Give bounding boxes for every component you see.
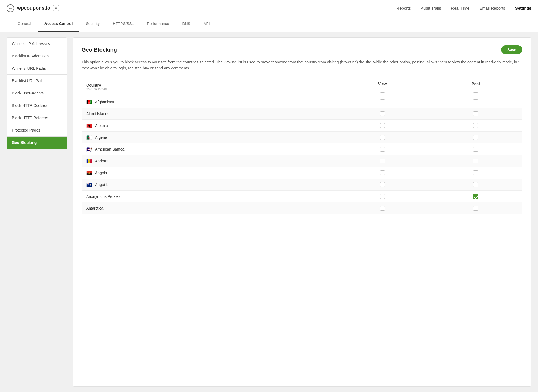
- flag-icon: 🇦🇱: [86, 123, 92, 127]
- post-checkbox[interactable]: [473, 206, 478, 211]
- table-row: 🇦🇱Albania: [82, 119, 522, 131]
- flag-icon: 🇦🇩: [86, 159, 92, 163]
- table-row: 🇦🇩Andorra: [82, 155, 522, 167]
- view-checkbox[interactable]: [380, 111, 385, 116]
- country-name-text: Anguilla: [95, 182, 109, 187]
- view-checkbox[interactable]: [380, 99, 385, 104]
- post-cell: [430, 155, 522, 167]
- country-cell: 🇦🇸American Samoa: [82, 143, 336, 155]
- sidebar-item-whitelist-url[interactable]: Whitelist URL Paths: [7, 62, 67, 75]
- sidebar-item-geo-blocking[interactable]: Geo Blocking: [7, 137, 67, 149]
- view-cell: [335, 96, 429, 108]
- view-checkbox[interactable]: [380, 182, 385, 187]
- table-row: 🇦🇮Anguilla: [82, 179, 522, 190]
- sidebar-item-protected-pages[interactable]: Protected Pages: [7, 124, 67, 137]
- save-button[interactable]: Save: [501, 45, 522, 54]
- view-checkbox[interactable]: [380, 159, 385, 163]
- post-checkbox[interactable]: [473, 135, 478, 140]
- flag-icon: 🇦🇮: [86, 182, 92, 187]
- country-table: Country 252 Countries View Post: [82, 78, 522, 214]
- view-checkbox[interactable]: [380, 170, 385, 175]
- country-name-text: Albania: [95, 123, 108, 128]
- post-checkbox[interactable]: [473, 123, 478, 128]
- table-row: 🇦🇸American Samoa: [82, 143, 522, 155]
- tab-dns[interactable]: DNS: [176, 16, 197, 32]
- country-name-text: Afghanistan: [95, 100, 115, 104]
- view-checkbox[interactable]: [380, 135, 385, 140]
- flag-icon: 🇦🇫: [86, 100, 92, 104]
- back-button[interactable]: ←: [7, 4, 14, 12]
- top-nav-links: Reports Audit Trails Real Time Email Rep…: [396, 6, 531, 10]
- flag-icon: 🇩🇿: [86, 135, 92, 139]
- view-cell: [335, 119, 429, 131]
- post-checkbox[interactable]: [473, 182, 478, 187]
- view-cell: [335, 143, 429, 155]
- post-cell: [430, 190, 522, 202]
- header-post-checkbox[interactable]: [473, 88, 478, 93]
- tab-api[interactable]: API: [197, 16, 216, 32]
- country-name-text: Angola: [95, 171, 107, 175]
- post-checkbox[interactable]: [473, 99, 478, 104]
- col-post-header: Post: [430, 78, 522, 96]
- sidebar: Whitelist IP Addresses Blacklist IP Addr…: [7, 37, 67, 387]
- main-layout: Whitelist IP Addresses Blacklist IP Addr…: [0, 32, 538, 392]
- content-panel: Geo Blocking Save This option allows you…: [73, 37, 531, 387]
- panel-title: Geo Blocking: [82, 47, 117, 53]
- nav-settings[interactable]: Settings: [515, 6, 531, 10]
- post-checkbox[interactable]: [473, 170, 478, 175]
- header-view-checkbox[interactable]: [380, 88, 385, 93]
- country-name-text: Anonymous Proxies: [86, 194, 121, 199]
- panel-description: This option allows you to block access t…: [82, 59, 522, 71]
- flag-icon: 🇦🇴: [86, 171, 92, 175]
- tab-security[interactable]: Security: [79, 16, 107, 32]
- nav-email-reports[interactable]: Email Reports: [480, 6, 505, 10]
- sidebar-item-whitelist-ip[interactable]: Whitelist IP Addresses: [7, 37, 67, 50]
- country-cell: 🇦🇮Anguilla: [82, 179, 336, 190]
- country-name-text: Andorra: [95, 159, 109, 163]
- country-cell: Antarctica: [82, 202, 336, 214]
- country-name-text: Antarctica: [86, 206, 103, 210]
- nav-audit-trails[interactable]: Audit Trails: [421, 6, 441, 10]
- view-cell: [335, 167, 429, 179]
- nav-real-time[interactable]: Real Time: [451, 6, 470, 10]
- post-cell: [430, 143, 522, 155]
- col-country-header: Country 252 Countries: [82, 78, 336, 96]
- sidebar-item-blacklist-url[interactable]: Blacklist URL Paths: [7, 75, 67, 87]
- brand-dropdown[interactable]: ▼: [53, 5, 59, 11]
- tab-general[interactable]: General: [11, 16, 38, 32]
- country-cell: 🇦🇴Angola: [82, 167, 336, 179]
- top-nav: ← wpcoupons.io ▼ Reports Audit Trails Re…: [0, 0, 538, 16]
- sidebar-item-blacklist-ip[interactable]: Blacklist IP Addresses: [7, 50, 67, 62]
- view-cell: [335, 108, 429, 119]
- view-checkbox[interactable]: [380, 123, 385, 128]
- tab-performance[interactable]: Performance: [140, 16, 175, 32]
- country-name-text: Aland Islands: [86, 112, 109, 116]
- post-cell: [430, 131, 522, 143]
- view-cell: [335, 179, 429, 190]
- view-checkbox[interactable]: [380, 147, 385, 152]
- nav-reports[interactable]: Reports: [396, 6, 411, 10]
- table-row: 🇩🇿Algeria: [82, 131, 522, 143]
- sidebar-item-block-http-referers[interactable]: Block HTTP Referers: [7, 112, 67, 124]
- table-row: 🇦🇫Afghanistan: [82, 96, 522, 108]
- post-cell: [430, 119, 522, 131]
- sidebar-item-block-http-cookies[interactable]: Block HTTP Cookies: [7, 99, 67, 112]
- country-count: 252 Countries: [86, 87, 331, 91]
- post-cell: [430, 108, 522, 119]
- post-cell: [430, 179, 522, 190]
- table-row: 🇦🇴Angola: [82, 167, 522, 179]
- view-checkbox[interactable]: [380, 206, 385, 211]
- view-checkbox[interactable]: [380, 194, 385, 199]
- post-checkbox[interactable]: [473, 147, 478, 152]
- post-checkbox[interactable]: [473, 159, 478, 163]
- post-cell: [430, 167, 522, 179]
- col-view-header: View: [335, 78, 429, 96]
- table-row: Antarctica: [82, 202, 522, 214]
- view-cell: [335, 131, 429, 143]
- tab-https-ssl[interactable]: HTTPS/SSL: [106, 16, 140, 32]
- country-cell: 🇩🇿Algeria: [82, 131, 336, 143]
- sidebar-item-block-user-agents[interactable]: Block User-Agents: [7, 87, 67, 99]
- post-checkbox[interactable]: [473, 194, 478, 199]
- tab-access-control[interactable]: Access Control: [38, 16, 79, 32]
- post-checkbox[interactable]: [473, 111, 478, 116]
